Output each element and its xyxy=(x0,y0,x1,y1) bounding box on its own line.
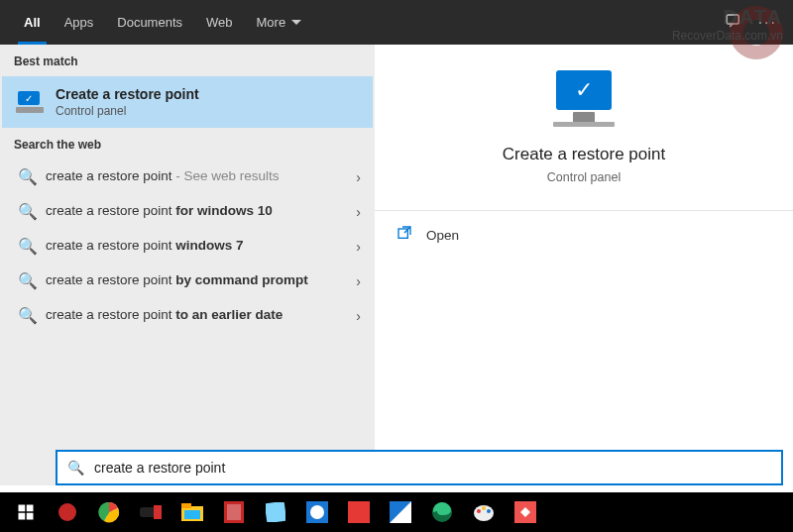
search-icon: 🔍 xyxy=(67,460,84,476)
preview-icon: ✓ xyxy=(375,70,793,127)
svg-point-18 xyxy=(310,505,324,519)
taskbar-app-explorer[interactable] xyxy=(172,492,212,532)
svg-rect-0 xyxy=(727,15,738,24)
tab-apps[interactable]: Apps xyxy=(53,0,106,45)
taskbar xyxy=(0,492,793,532)
more-options-icon[interactable]: ··· xyxy=(758,14,777,32)
svg-point-23 xyxy=(477,509,481,513)
svg-rect-12 xyxy=(181,503,191,508)
svg-rect-2 xyxy=(19,505,26,512)
tab-more[interactable]: More xyxy=(245,15,314,30)
taskbar-app-usb[interactable] xyxy=(131,492,170,532)
web-result[interactable]: 🔍 create a restore point windows 7 › xyxy=(0,229,375,264)
search-query-text: create a restore point xyxy=(94,460,225,476)
web-result[interactable]: 🔍 create a restore point - See web resul… xyxy=(0,160,375,194)
search-icon: 🔍 xyxy=(18,202,34,221)
taskbar-app-circle-blue[interactable] xyxy=(297,492,337,532)
open-label: Open xyxy=(426,228,459,243)
chevron-right-icon: › xyxy=(356,273,361,289)
search-results-panel: Best match ✓ Create a restore point Cont… xyxy=(0,45,793,485)
svg-point-6 xyxy=(58,503,76,521)
chevron-right-icon: › xyxy=(356,204,361,220)
preview-subtitle: Control panel xyxy=(375,170,793,184)
chevron-right-icon: › xyxy=(356,239,361,255)
results-list: Best match ✓ Create a restore point Cont… xyxy=(0,45,375,485)
taskbar-app-edge[interactable] xyxy=(422,492,462,532)
search-icon: 🔍 xyxy=(18,306,34,325)
tab-documents[interactable]: Documents xyxy=(105,0,194,45)
tab-all[interactable]: All xyxy=(12,0,53,45)
search-web-label: Search the web xyxy=(0,128,375,160)
feedback-icon[interactable] xyxy=(725,12,742,34)
chevron-down-icon xyxy=(291,20,301,25)
open-action[interactable]: Open xyxy=(375,211,793,259)
web-result[interactable]: 🔍 create a restore point by command prom… xyxy=(0,264,375,298)
svg-rect-5 xyxy=(27,513,34,520)
best-match-title: Create a restore point xyxy=(56,86,199,102)
svg-rect-15 xyxy=(227,504,241,520)
chevron-right-icon: › xyxy=(356,169,361,185)
search-icon: 🔍 xyxy=(18,237,34,256)
control-panel-monitor-icon: ✓ xyxy=(16,91,44,113)
taskbar-app-notepad[interactable] xyxy=(256,492,295,532)
search-icon: 🔍 xyxy=(18,167,34,186)
taskbar-app-pdf[interactable] xyxy=(214,492,254,532)
svg-rect-16 xyxy=(266,502,285,522)
best-match-subtitle: Control panel xyxy=(56,104,199,118)
best-match-label: Best match xyxy=(0,45,375,76)
taskbar-app-huawei[interactable] xyxy=(48,492,87,532)
taskbar-app-anydesk[interactable] xyxy=(506,492,545,532)
taskbar-app-red-square[interactable] xyxy=(339,492,379,532)
web-result[interactable]: 🔍 create a restore point to an earlier d… xyxy=(0,298,375,333)
search-icon: 🔍 xyxy=(18,271,34,290)
tab-web[interactable]: Web xyxy=(194,0,245,45)
start-button[interactable] xyxy=(6,492,46,532)
svg-rect-10 xyxy=(154,505,162,519)
svg-rect-13 xyxy=(184,510,200,519)
open-icon xyxy=(396,225,412,245)
svg-rect-3 xyxy=(27,505,34,512)
chevron-right-icon: › xyxy=(356,308,361,324)
taskbar-app-paint[interactable] xyxy=(464,492,504,532)
svg-point-24 xyxy=(482,506,486,510)
search-input[interactable]: 🔍 create a restore point xyxy=(56,450,783,485)
taskbar-app-diagonal[interactable] xyxy=(381,492,420,532)
web-results-list: 🔍 create a restore point - See web resul… xyxy=(0,160,375,333)
search-scope-tabs: All Apps Documents Web More ··· xyxy=(0,0,793,45)
web-result[interactable]: 🔍 create a restore point for windows 10 … xyxy=(0,194,375,229)
svg-rect-19 xyxy=(348,501,370,523)
taskbar-app-chrome[interactable] xyxy=(89,492,129,532)
best-match-result[interactable]: ✓ Create a restore point Control panel xyxy=(2,76,373,128)
svg-rect-4 xyxy=(19,513,26,520)
svg-point-25 xyxy=(487,509,491,513)
preview-pane: ✓ Create a restore point Control panel O… xyxy=(375,45,793,485)
preview-title: Create a restore point xyxy=(375,145,793,164)
